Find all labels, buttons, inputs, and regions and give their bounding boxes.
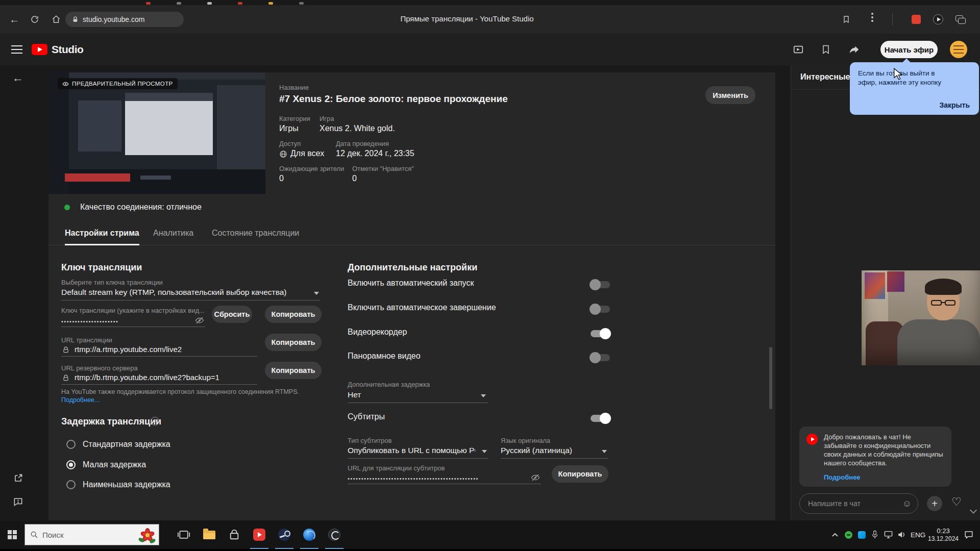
cc-url-field[interactable]: ••••••••••••••••••••••••••••••••••••••••… bbox=[348, 472, 541, 484]
preview-badge-text: ПРЕДВАРИТЕЛЬНЫЙ ПРОСМОТР bbox=[72, 81, 173, 87]
tab-analytics[interactable]: Аналитика bbox=[153, 229, 193, 244]
backup-url-field[interactable]: rtmp://b.rtmp.youtube.com/live2?backup=1 bbox=[61, 372, 257, 385]
screen: ← studio.youtube.com Прямые трансляции -… bbox=[0, 0, 980, 551]
rtmps-more-link[interactable]: Подробнее... bbox=[61, 396, 100, 404]
chat-add-button[interactable]: + bbox=[927, 496, 942, 511]
copy-key-button[interactable]: Копировать bbox=[265, 306, 322, 323]
settings-tabs: Настройки стрима Аналитика Состояние тра… bbox=[48, 226, 775, 245]
browser-tabstrip[interactable] bbox=[0, 0, 980, 5]
steam-icon[interactable] bbox=[272, 520, 297, 549]
connection-status-dot bbox=[64, 205, 70, 210]
action-center-icon[interactable] bbox=[962, 520, 976, 549]
microphone-icon[interactable] bbox=[869, 520, 881, 549]
feedback-icon[interactable] bbox=[13, 497, 23, 507]
language-indicator[interactable]: ENG bbox=[911, 520, 925, 549]
edit-button[interactable]: Изменить bbox=[705, 86, 755, 104]
browser-tab-hint[interactable] bbox=[299, 2, 304, 5]
preview-badge: ПРЕДВАРИТЕЛЬНЫЙ ПРОСМОТР bbox=[58, 78, 178, 89]
radio-normal-latency-label[interactable]: Стандартная задержка bbox=[83, 440, 170, 449]
copy-cc-url-button[interactable]: Копировать bbox=[552, 465, 608, 483]
reset-key-button[interactable]: Сбросить bbox=[212, 306, 252, 323]
extra-delay-select[interactable]: Нет bbox=[348, 389, 488, 403]
webcam-overlay[interactable] bbox=[862, 270, 980, 365]
visibility-off-icon[interactable] bbox=[531, 473, 540, 482]
reload-icon[interactable] bbox=[28, 12, 42, 27]
home-icon[interactable] bbox=[49, 12, 63, 27]
copy-backup-url-button[interactable]: Копировать bbox=[265, 362, 322, 379]
tray-expand-icon[interactable] bbox=[829, 520, 841, 549]
cc-lang-select[interactable]: Русский (латиница) bbox=[501, 445, 608, 459]
store-icon[interactable] bbox=[222, 520, 247, 549]
browser-menu-kebab-icon[interactable] bbox=[871, 16, 873, 18]
stream-key-type-select[interactable]: Default stream key (RTMP, пользовательск… bbox=[61, 287, 320, 300]
card-scrollbar[interactable] bbox=[769, 347, 772, 409]
browser-tab-hint[interactable] bbox=[146, 2, 151, 5]
obs-icon[interactable] bbox=[322, 520, 347, 549]
stream-preview-thumbnail[interactable]: ПРЕДВАРИТЕЛЬНЫЙ ПРОСМОТР bbox=[48, 72, 265, 194]
browser-tab-hint[interactable] bbox=[268, 2, 273, 5]
network-icon[interactable] bbox=[882, 520, 894, 549]
toggle-subtitles[interactable] bbox=[591, 415, 610, 422]
browser-tab-hint[interactable] bbox=[238, 2, 242, 5]
toggle-360[interactable] bbox=[591, 354, 610, 361]
bookmark-icon[interactable] bbox=[821, 44, 833, 56]
share-icon[interactable] bbox=[849, 44, 861, 56]
external-link-icon[interactable] bbox=[13, 473, 23, 483]
extension-play-icon[interactable] bbox=[933, 14, 943, 24]
toggle-autostart[interactable] bbox=[591, 281, 610, 288]
chat-header-title[interactable]: Интересные bbox=[800, 72, 850, 82]
browser-app-icon[interactable] bbox=[297, 520, 322, 549]
file-explorer-icon[interactable] bbox=[197, 520, 222, 549]
browser-back-icon[interactable]: ← bbox=[7, 12, 21, 27]
cc-type-select[interactable]: Опубликовать в URL с помощью PO bbox=[348, 445, 488, 459]
chat-input[interactable] bbox=[808, 499, 902, 508]
page-back-icon[interactable]: ← bbox=[12, 71, 23, 85]
chat-welcome-more-link[interactable]: Подробнее bbox=[824, 473, 861, 481]
radio-low-latency-label[interactable]: Малая задержка bbox=[83, 460, 146, 469]
tray-blue-app-icon[interactable] bbox=[855, 520, 868, 549]
taskbar-search[interactable] bbox=[24, 524, 159, 545]
stream-url-field[interactable]: rtmp://a.rtmp.youtube.com/live2 bbox=[61, 344, 257, 357]
toggle-dvr-label: Видеорекордер bbox=[348, 328, 407, 337]
speaker-icon[interactable] bbox=[895, 520, 908, 549]
chat-heart-button[interactable]: ♡ bbox=[951, 495, 962, 509]
task-view-icon[interactable] bbox=[172, 520, 196, 549]
user-avatar[interactable] bbox=[950, 41, 967, 58]
chat-scroll-down-icon[interactable] bbox=[970, 506, 977, 513]
copy-url-button[interactable]: Копировать bbox=[265, 334, 322, 351]
address-bar[interactable]: studio.youtube.com bbox=[65, 12, 184, 27]
stream-dashboard-card: ПРЕДВАРИТЕЛЬНЫЙ ПРОСМОТР Название #7 Xen… bbox=[48, 72, 775, 520]
radio-ultra-low-latency[interactable] bbox=[66, 480, 76, 489]
toggle-dvr[interactable] bbox=[591, 330, 610, 337]
start-button[interactable] bbox=[0, 520, 24, 549]
webcam-vignette bbox=[862, 270, 980, 365]
tab-stream-settings[interactable]: Настройки стрима bbox=[65, 229, 139, 245]
taskbar-search-input[interactable] bbox=[42, 531, 154, 539]
help-icon[interactable]: ? bbox=[151, 417, 159, 425]
go-live-button[interactable]: Начать эфир bbox=[880, 41, 938, 58]
youtube-app-icon[interactable] bbox=[247, 520, 272, 549]
radio-low-latency[interactable] bbox=[66, 460, 76, 469]
radio-normal-latency[interactable] bbox=[66, 440, 76, 449]
tray-green-app-icon[interactable] bbox=[842, 520, 854, 549]
studio-logo-text[interactable]: Studio bbox=[52, 43, 83, 56]
live-panel-icon[interactable] bbox=[793, 44, 805, 56]
youtube-logo-icon[interactable] bbox=[32, 44, 47, 55]
emoji-icon[interactable]: ☺ bbox=[902, 498, 912, 509]
tooltip-close-button[interactable]: Закрыть bbox=[939, 101, 970, 109]
toggle-360-label: Панорамное видео bbox=[348, 352, 421, 361]
stream-key-field[interactable]: ••••••••••••••••••••• bbox=[61, 315, 205, 327]
radio-ultra-low-latency-label[interactable]: Наименьшая задержка bbox=[83, 480, 170, 489]
toggle-autostop[interactable] bbox=[591, 306, 610, 313]
hamburger-menu-icon[interactable] bbox=[11, 45, 22, 54]
toolbar-divider bbox=[892, 13, 893, 26]
browser-tab-hint[interactable] bbox=[177, 2, 181, 5]
address-url[interactable]: studio.youtube.com bbox=[83, 15, 144, 23]
bookmark-flag-icon[interactable] bbox=[839, 12, 853, 27]
taskbar-clock[interactable]: 0:23 13.12.2024 bbox=[927, 520, 960, 549]
extension-tabs-icon[interactable] bbox=[955, 15, 963, 21]
extension-red-icon[interactable] bbox=[912, 15, 921, 24]
visibility-off-icon[interactable] bbox=[195, 316, 204, 325]
browser-tab-hint[interactable] bbox=[207, 2, 212, 5]
tab-stream-health[interactable]: Состояние трансляции bbox=[212, 229, 299, 244]
